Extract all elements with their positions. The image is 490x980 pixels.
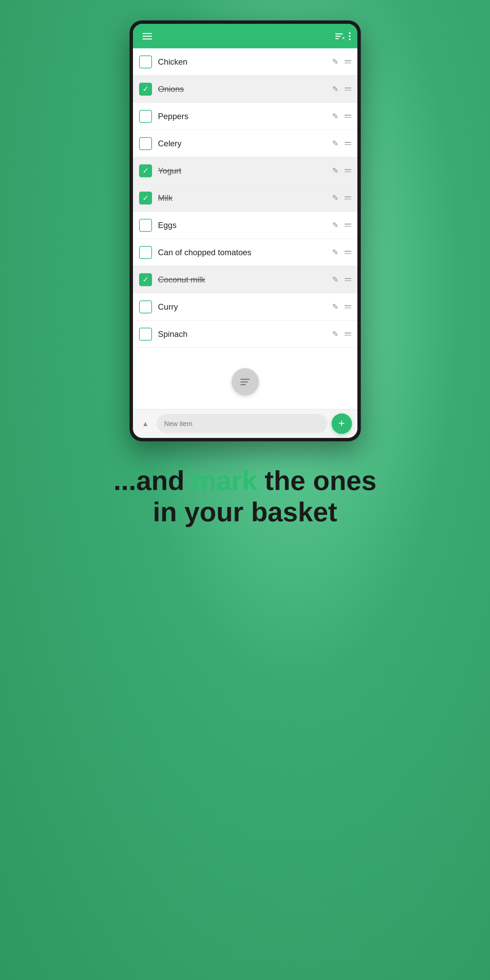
checkbox-3[interactable] bbox=[139, 110, 152, 123]
checkbox-2[interactable]: ✓ bbox=[139, 83, 152, 95]
drag-handle-6[interactable] bbox=[344, 196, 351, 199]
edit-icon-9[interactable]: ✎ bbox=[332, 275, 338, 284]
edit-icon-10[interactable]: ✎ bbox=[332, 302, 338, 311]
item-actions-3: ✎ bbox=[332, 112, 351, 121]
item-name-6: Milk bbox=[158, 193, 332, 203]
item-actions-8: ✎ bbox=[332, 248, 351, 257]
checkmark-icon: ✓ bbox=[143, 194, 149, 202]
drag-handle-3[interactable] bbox=[344, 115, 351, 118]
item-name-5: Yogurt bbox=[158, 166, 332, 176]
scroll-top-button[interactable]: ▲ bbox=[138, 417, 153, 431]
list-item: Curry✎ bbox=[133, 293, 357, 321]
edit-icon-7[interactable]: ✎ bbox=[332, 221, 338, 230]
item-actions-4: ✎ bbox=[332, 139, 351, 148]
list-item: ✓Yogurt✎ bbox=[133, 157, 357, 185]
hamburger-menu-button[interactable] bbox=[140, 30, 155, 42]
checkbox-1[interactable] bbox=[139, 56, 152, 68]
edit-icon-4[interactable]: ✎ bbox=[332, 139, 338, 148]
grocery-list: Chicken✎✓Onions✎Peppers✎Celery✎✓Yogurt✎✓… bbox=[133, 48, 357, 348]
checkbox-6[interactable]: ✓ bbox=[139, 192, 152, 205]
drag-handle-7[interactable] bbox=[344, 224, 351, 227]
item-name-9: Coconut milk bbox=[158, 275, 332, 285]
checkbox-11[interactable] bbox=[139, 328, 152, 340]
item-actions-6: ✎ bbox=[332, 194, 351, 202]
drag-handle-8[interactable] bbox=[344, 251, 351, 254]
item-name-11: Spinach bbox=[158, 329, 332, 339]
checkbox-7[interactable] bbox=[139, 219, 152, 232]
list-item: Celery✎ bbox=[133, 130, 357, 157]
more-options-button[interactable] bbox=[349, 32, 350, 40]
drag-handle-9[interactable] bbox=[344, 278, 351, 281]
phone-wrapper: × Chicken✎✓Onions✎Peppers✎Celery✎✓Yogurt… bbox=[86, 21, 404, 528]
checkmark-icon: ✓ bbox=[143, 86, 149, 93]
checkbox-10[interactable] bbox=[139, 301, 152, 313]
tagline-line2: in your basket bbox=[153, 497, 337, 527]
item-name-4: Celery bbox=[158, 139, 332, 148]
checkbox-9[interactable]: ✓ bbox=[139, 273, 152, 286]
drag-handle-2[interactable] bbox=[344, 88, 351, 91]
item-actions-11: ✎ bbox=[332, 330, 351, 339]
phone-frame: × Chicken✎✓Onions✎Peppers✎Celery✎✓Yogurt… bbox=[130, 21, 361, 441]
drag-handle-11[interactable] bbox=[344, 332, 351, 336]
app-header: × bbox=[133, 24, 357, 48]
list-item: ✓Milk✎ bbox=[133, 185, 357, 212]
item-actions-1: ✎ bbox=[332, 57, 351, 66]
checkbox-4[interactable] bbox=[139, 137, 152, 150]
item-name-8: Can of chopped tomatoes bbox=[158, 248, 332, 257]
item-name-7: Eggs bbox=[158, 221, 332, 230]
list-item: ✓Coconut milk✎ bbox=[133, 266, 357, 293]
checkmark-icon: ✓ bbox=[143, 167, 149, 175]
list-item: Eggs✎ bbox=[133, 212, 357, 239]
item-actions-5: ✎ bbox=[332, 166, 351, 175]
plus-icon: + bbox=[338, 418, 345, 429]
edit-icon-11[interactable]: ✎ bbox=[332, 330, 338, 339]
new-item-input[interactable] bbox=[157, 414, 327, 433]
item-name-2: Onions bbox=[158, 84, 332, 94]
bottom-bar: ▲ + bbox=[133, 409, 357, 438]
edit-icon-6[interactable]: ✎ bbox=[332, 194, 338, 202]
header-actions: × bbox=[335, 32, 350, 40]
list-item: Can of chopped tomatoes✎ bbox=[133, 239, 357, 266]
tagline-line1: ...and mark the ones bbox=[114, 466, 377, 496]
filter-clear-button[interactable]: × bbox=[335, 33, 343, 39]
item-actions-7: ✎ bbox=[332, 221, 351, 230]
sort-fab-button[interactable] bbox=[232, 368, 259, 395]
tagline-text: ...and mark the ones in your basket bbox=[114, 465, 377, 528]
list-item: ✓Onions✎ bbox=[133, 76, 357, 103]
checkbox-5[interactable]: ✓ bbox=[139, 164, 152, 177]
drag-handle-4[interactable] bbox=[344, 142, 351, 145]
list-item: Spinach✎ bbox=[133, 321, 357, 348]
item-name-1: Chicken bbox=[158, 57, 332, 67]
checkmark-icon: ✓ bbox=[143, 276, 149, 283]
edit-icon-1[interactable]: ✎ bbox=[332, 57, 338, 66]
drag-handle-5[interactable] bbox=[344, 169, 351, 172]
list-item: Peppers✎ bbox=[133, 103, 357, 130]
item-name-3: Peppers bbox=[158, 111, 332, 121]
edit-icon-5[interactable]: ✎ bbox=[332, 166, 338, 175]
edit-icon-8[interactable]: ✎ bbox=[332, 248, 338, 257]
item-actions-9: ✎ bbox=[332, 275, 351, 284]
checkbox-8[interactable] bbox=[139, 246, 152, 259]
phone-screen: × Chicken✎✓Onions✎Peppers✎Celery✎✓Yogurt… bbox=[133, 24, 357, 438]
drag-handle-1[interactable] bbox=[344, 60, 351, 63]
list-item: Chicken✎ bbox=[133, 48, 357, 76]
sort-button-area bbox=[133, 348, 357, 409]
edit-icon-2[interactable]: ✎ bbox=[332, 85, 338, 94]
filter-x-badge: × bbox=[342, 35, 345, 40]
edit-icon-3[interactable]: ✎ bbox=[332, 112, 338, 121]
drag-handle-10[interactable] bbox=[344, 305, 351, 308]
add-item-button[interactable]: + bbox=[331, 414, 352, 434]
item-name-10: Curry bbox=[158, 302, 332, 312]
item-actions-2: ✎ bbox=[332, 85, 351, 94]
sort-lines-icon bbox=[240, 379, 250, 385]
tagline-section: ...and mark the ones in your basket bbox=[86, 465, 404, 528]
item-actions-10: ✎ bbox=[332, 302, 351, 311]
